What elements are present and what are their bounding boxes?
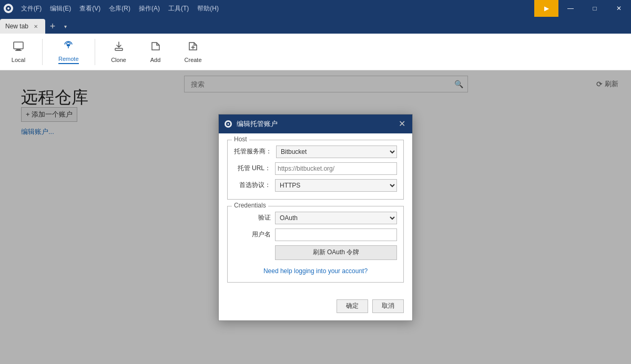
ok-button[interactable]: 确定: [337, 299, 368, 313]
menu-tools[interactable]: 工具(T): [164, 0, 193, 17]
toolbar-create[interactable]: Create: [179, 37, 207, 66]
toolbar-local-label: Local: [12, 57, 25, 63]
minimize-button[interactable]: —: [558, 0, 583, 17]
toolbar-add-label: Add: [150, 57, 161, 63]
username-label: 用户名: [234, 230, 271, 239]
username-row: 用户名: [234, 228, 397, 241]
help-link[interactable]: Need help logging into your account?: [234, 267, 397, 275]
tab-bar: New tab ✕ + ▾: [0, 17, 631, 34]
toolbar-clone-label: Clone: [111, 57, 126, 63]
credentials-fieldset: Credentials 验证 OAuth 用户名/密码 Bearer 令牌 用户…: [227, 206, 404, 283]
refresh-oauth-button[interactable]: 刷新 OAuth 令牌: [275, 245, 397, 260]
main-content: 远程仓库 + 添加一个账户 编辑账户... 🔍 ⟳ 刷新: [0, 70, 631, 364]
hosting-service-row: 托管服务商： Bitbucket GitHub GitLab: [234, 145, 397, 158]
svg-rect-8: [115, 48, 123, 50]
protocol-select[interactable]: HTTPS SSH: [275, 179, 397, 192]
dialog-header: 编辑托管账户 ✕: [219, 115, 412, 133]
protocol-row: 首选协议： HTTPS SSH: [234, 179, 397, 192]
title-bar: 文件(F) 编辑(E) 查看(V) 仓库(R) 操作(A) 工具(T) 帮助(H…: [0, 0, 631, 17]
menu-view[interactable]: 查看(V): [75, 0, 105, 17]
auth-label: 验证: [234, 213, 271, 222]
remote-icon: [63, 39, 74, 54]
username-input[interactable]: [275, 228, 397, 241]
hosting-service-select[interactable]: Bitbucket GitHub GitLab: [276, 145, 397, 158]
hosting-url-label: 托管 URL：: [234, 164, 271, 173]
oauth-btn-row: 刷新 OAuth 令牌: [234, 245, 397, 263]
dialog-footer: 确定 取消: [219, 295, 412, 320]
dialog-title: 编辑托管账户: [237, 119, 278, 129]
cancel-button[interactable]: 取消: [372, 299, 404, 313]
tab-label: New tab: [5, 23, 28, 30]
toolbar-local[interactable]: Local: [5, 37, 32, 66]
toolbar-divider-1: [42, 39, 43, 65]
tab-close-icon[interactable]: ✕: [32, 22, 40, 30]
create-icon: [187, 40, 199, 55]
menu-help[interactable]: 帮助(H): [193, 0, 223, 17]
menu-bar: 文件(F) 编辑(E) 查看(V) 仓库(R) 操作(A) 工具(T) 帮助(H…: [17, 0, 223, 17]
svg-point-2: [7, 7, 9, 9]
modal-overlay: 编辑托管账户 ✕ Host 托管服务商： Bitbucket GitHub Gi…: [0, 70, 631, 364]
protocol-label: 首选协议：: [234, 181, 271, 190]
tab-dropdown-button[interactable]: ▾: [60, 19, 70, 34]
dialog-title-area: 编辑托管账户: [224, 119, 278, 129]
record-button[interactable]: ▶: [534, 0, 558, 17]
hosting-url-row: 托管 URL：: [234, 162, 397, 175]
menu-action[interactable]: 操作(A): [135, 0, 164, 17]
auth-row: 验证 OAuth 用户名/密码 Bearer 令牌: [234, 212, 397, 224]
app-logo: [0, 0, 17, 17]
tab-add-button[interactable]: +: [45, 19, 60, 34]
svg-point-13: [228, 123, 229, 124]
edit-hosting-dialog: 编辑托管账户 ✕ Host 托管服务商： Bitbucket GitHub Gi…: [218, 114, 413, 321]
toolbar-add[interactable]: Add: [143, 37, 169, 66]
menu-repo[interactable]: 仓库(R): [105, 0, 135, 17]
toolbar-clone[interactable]: Clone: [106, 37, 132, 66]
toolbar-create-label: Create: [185, 57, 202, 63]
toolbar-remote-label: Remote: [58, 56, 79, 64]
hosting-service-label: 托管服务商：: [234, 147, 272, 156]
toolbar: Local Remote Clone: [0, 34, 631, 70]
dialog-body: Host 托管服务商： Bitbucket GitHub GitLab 托管 U…: [219, 133, 412, 295]
toolbar-remote[interactable]: Remote: [53, 36, 84, 67]
maximize-button[interactable]: □: [583, 0, 607, 17]
auth-select[interactable]: OAuth 用户名/密码 Bearer 令牌: [275, 212, 397, 224]
clone-icon: [113, 40, 125, 55]
local-icon: [13, 40, 24, 55]
menu-edit[interactable]: 编辑(E): [46, 0, 75, 17]
svg-rect-6: [67, 44, 70, 46]
add-icon: [150, 40, 161, 55]
credentials-legend: Credentials: [232, 202, 268, 209]
close-button[interactable]: ✕: [607, 0, 631, 17]
host-legend: Host: [232, 136, 249, 143]
dialog-logo-icon: [224, 120, 232, 128]
hosting-url-input[interactable]: [275, 162, 397, 175]
toolbar-divider-2: [95, 39, 95, 65]
tab-new[interactable]: New tab ✕: [0, 19, 45, 34]
svg-rect-3: [14, 42, 23, 49]
title-bar-left: 文件(F) 编辑(E) 查看(V) 仓库(R) 操作(A) 工具(T) 帮助(H…: [0, 0, 223, 17]
host-fieldset: Host 托管服务商： Bitbucket GitHub GitLab 托管 U…: [227, 140, 404, 200]
menu-file[interactable]: 文件(F): [17, 0, 46, 17]
title-bar-right: ▶ — □ ✕: [534, 0, 631, 17]
dialog-close-button[interactable]: ✕: [396, 119, 407, 129]
